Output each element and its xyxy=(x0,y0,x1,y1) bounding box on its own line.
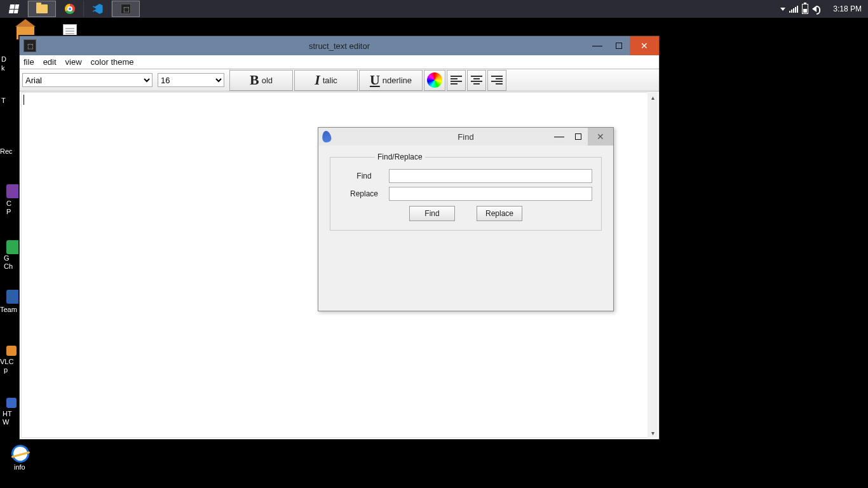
desktop-icon-fragment[interactable] xyxy=(6,240,19,253)
font-family-select[interactable]: Arial xyxy=(22,73,153,87)
underline-icon: U xyxy=(370,72,380,88)
battery-icon[interactable] xyxy=(802,4,808,14)
align-left-button[interactable] xyxy=(447,70,466,91)
menu-view[interactable]: view xyxy=(65,57,82,67)
desktop-label-fragment: T xyxy=(1,97,6,104)
tray-chevron-icon[interactable] xyxy=(780,8,785,11)
folder-icon xyxy=(36,4,48,13)
close-button[interactable]: ✕ xyxy=(630,36,659,55)
vertical-scrollbar[interactable]: ▴ ▾ xyxy=(648,92,658,438)
desktop-label-fragment: GCh xyxy=(4,254,13,271)
find-titlebar[interactable]: Find — ✕ xyxy=(318,128,613,146)
align-left-icon xyxy=(451,76,462,85)
underline-button[interactable]: Underline xyxy=(359,70,423,91)
find-replace-legend: Find/Replace xyxy=(375,152,425,161)
scroll-down-icon[interactable]: ▾ xyxy=(648,428,658,438)
desktop-label-fragment: Team xyxy=(0,306,17,313)
bold-button[interactable]: Bold xyxy=(229,70,293,91)
scroll-up-icon[interactable]: ▴ xyxy=(648,92,658,102)
find-input[interactable] xyxy=(389,169,592,183)
minimize-button[interactable]: — xyxy=(587,36,608,55)
chrome-icon xyxy=(65,4,75,14)
align-center-button[interactable] xyxy=(467,70,486,91)
editor-title: struct_text editor xyxy=(20,41,659,51)
find-dialog: Find — ✕ Find/Replace Find Replace Find … xyxy=(318,127,614,311)
taskbar-app-vscode[interactable] xyxy=(84,1,112,17)
desktop-label-fragment: HTW xyxy=(3,410,12,426)
menu-edit[interactable]: edit xyxy=(43,57,57,67)
font-size-select[interactable]: 16 xyxy=(158,73,224,87)
find-button[interactable]: Find xyxy=(409,206,455,221)
app-icon: ⬚ xyxy=(24,39,36,52)
app-icon xyxy=(6,184,20,198)
editor-toolbar: Arial 16 Bold Italic Underline xyxy=(20,69,659,92)
find-maximize-button[interactable] xyxy=(569,128,588,146)
maximize-button[interactable] xyxy=(608,36,630,55)
italic-button[interactable]: Italic xyxy=(294,70,358,91)
app-icon xyxy=(6,346,17,356)
replace-input[interactable] xyxy=(389,187,592,201)
replace-button[interactable]: Replace xyxy=(477,206,522,221)
ie-icon xyxy=(10,443,31,464)
app-icon xyxy=(6,290,20,304)
desktop-icon-fragment[interactable] xyxy=(6,346,17,356)
taskbar: ⬚ 3:18 PM xyxy=(0,0,868,18)
find-replace-group: Find/Replace Find Replace Find Replace xyxy=(330,157,602,231)
desktop-label-fragment: CP xyxy=(6,200,11,216)
desktop-icon-ie[interactable] xyxy=(11,445,29,463)
text-cursor xyxy=(24,95,24,105)
align-center-icon xyxy=(471,76,482,85)
find-close-button[interactable]: ✕ xyxy=(588,128,613,146)
app-icon: ⬚ xyxy=(121,4,131,14)
menu-color-theme[interactable]: color theme xyxy=(91,57,134,67)
desktop-label-fragment: VLC p xyxy=(0,358,13,374)
app-icon xyxy=(6,240,20,254)
align-right-button[interactable] xyxy=(487,70,506,91)
tk-feather-icon xyxy=(322,130,332,143)
align-right-icon xyxy=(491,76,503,85)
desktop-icon-fragment[interactable] xyxy=(6,184,19,197)
network-icon[interactable] xyxy=(789,5,798,13)
color-button[interactable] xyxy=(424,70,445,91)
desktop-icon-fragment[interactable] xyxy=(6,398,17,408)
taskbar-app-explorer[interactable] xyxy=(28,1,56,17)
find-minimize-button[interactable]: — xyxy=(550,128,569,146)
app-icon xyxy=(6,398,17,408)
editor-titlebar[interactable]: ⬚ struct_text editor — ✕ xyxy=(20,36,659,55)
bold-icon: B xyxy=(250,72,259,88)
taskbar-clock[interactable]: 3:18 PM xyxy=(833,4,862,13)
taskbar-app-chrome[interactable] xyxy=(56,1,84,17)
replace-label: Replace xyxy=(339,189,389,198)
desktop-label-fragment: Rec xyxy=(0,147,13,155)
find-label: Find xyxy=(339,172,389,180)
colorwheel-icon xyxy=(427,72,442,88)
editor-menubar: file edit view color theme xyxy=(20,55,659,69)
desktop-label-info: info xyxy=(14,463,25,471)
volume-icon[interactable] xyxy=(812,6,817,12)
windows-logo-icon xyxy=(8,4,18,13)
desktop-icon-fragment[interactable] xyxy=(6,290,19,302)
italic-icon: I xyxy=(315,72,320,88)
vscode-icon xyxy=(93,4,103,14)
menu-file[interactable]: file xyxy=(24,57,34,67)
taskbar-app-editor[interactable]: ⬚ xyxy=(112,1,140,17)
start-button[interactable] xyxy=(0,1,28,17)
